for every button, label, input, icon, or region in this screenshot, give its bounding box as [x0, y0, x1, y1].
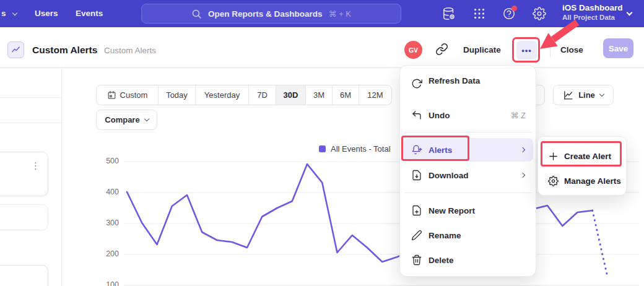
more-options-button[interactable]: •••	[516, 41, 537, 59]
nav-item-users[interactable]: Users	[35, 9, 58, 18]
submenu-item-label: Create Alert	[564, 152, 611, 161]
menu-divider	[405, 193, 532, 193]
compare-label: Compare	[105, 115, 139, 124]
chart-type-label: Line	[578, 90, 595, 100]
nav-item-truncated-label: s	[1, 9, 6, 18]
chart-type-button[interactable]: Line	[553, 85, 614, 105]
chevron-down-icon	[599, 92, 604, 97]
submenu-chevron-icon	[520, 147, 525, 152]
card-kebab-icon[interactable]: ⋮	[31, 160, 40, 171]
menu-item-alerts[interactable]: Alerts	[404, 138, 533, 162]
submenu-item-label: Manage Alerts	[564, 176, 621, 186]
top-nav: s Users Events Open Reports & Dashboards…	[0, 0, 644, 27]
legend-label: All Events - Total	[331, 144, 391, 154]
date-segment-7d[interactable]: 7D	[249, 85, 276, 105]
date-segment-yesterday[interactable]: Yesterday	[196, 85, 249, 105]
gear-icon	[548, 176, 559, 186]
app-screen: s Users Events Open Reports & Dashboards…	[0, 0, 644, 286]
undo-shortcut: ⌘ Z	[510, 111, 526, 120]
date-segment-custom[interactable]: Custom	[97, 85, 159, 105]
date-segment-3m[interactable]: 3M	[306, 85, 333, 105]
menu-item-download[interactable]: Download	[404, 163, 533, 187]
chevron-down-icon	[12, 11, 17, 15]
close-button[interactable]: Close	[560, 45, 583, 54]
date-segment-30d-selected[interactable]: 30D	[276, 85, 306, 105]
help-icon[interactable]	[502, 7, 516, 20]
alerts-submenu: Create Alert Manage Alerts	[537, 136, 627, 196]
y-tick-label: 100	[98, 280, 119, 286]
sidebar-card[interactable]	[0, 152, 48, 196]
chevron-down-icon	[144, 116, 149, 121]
apps-grid-icon[interactable]	[472, 7, 486, 20]
nav-item-events[interactable]: Events	[76, 9, 103, 18]
submenu-chevron-icon	[520, 173, 525, 178]
menu-item-label: Alerts	[429, 145, 452, 155]
line-chart-icon	[563, 90, 573, 100]
menu-item-label: New Report	[429, 206, 475, 215]
menu-item-refresh-data[interactable]: Refresh Data	[404, 73, 533, 102]
search-icon	[191, 9, 202, 19]
date-range-control: Custom Today Yesterday 7D 30D 3M 6M 12M	[96, 85, 392, 105]
sidebar-border	[61, 68, 62, 286]
project-chevron-down-icon	[627, 10, 633, 16]
undo-icon	[411, 110, 422, 121]
menu-item-label: Refresh Data	[429, 76, 480, 85]
trash-icon	[411, 254, 422, 266]
sidebar-card[interactable]	[0, 265, 48, 286]
menu-item-new-report[interactable]: New Report	[404, 199, 533, 222]
date-segment-label: Custom	[120, 90, 148, 100]
sidebar-card[interactable]	[0, 204, 48, 230]
date-segment-12m[interactable]: 12M	[359, 85, 391, 105]
more-options-menu: Refresh Data Data from 1 min ago Undo ⌘ …	[399, 65, 536, 277]
search-shortcut: ⌘ + K	[329, 9, 352, 19]
menu-item-rename[interactable]: Rename	[404, 223, 533, 247]
breadcrumb[interactable]: Custom Alerts	[104, 46, 156, 55]
duplicate-button[interactable]: Duplicate	[463, 45, 501, 54]
menu-item-label: Delete	[429, 256, 454, 265]
menu-item-delete[interactable]: Delete	[404, 248, 533, 272]
project-subtitle: All Project Data	[562, 14, 623, 21]
menu-item-undo[interactable]: Undo ⌘ Z	[404, 103, 533, 127]
sidebar-divider	[0, 123, 61, 123]
report-icon	[7, 41, 24, 58]
submenu-item-create-alert[interactable]: Create Alert	[542, 144, 624, 168]
refresh-icon	[411, 78, 422, 89]
legend-swatch	[319, 145, 326, 152]
y-tick-label: 500	[98, 157, 119, 165]
download-icon	[411, 170, 422, 181]
project-selector[interactable]: iOS Dashboard All Project Data	[562, 3, 623, 21]
settings-gear-icon[interactable]	[533, 7, 546, 20]
search-placeholder: Open Reports & Dashboards	[208, 9, 323, 19]
menu-item-label: Download	[429, 171, 469, 180]
nav-item-truncated[interactable]: s	[1, 9, 17, 18]
copy-link-icon[interactable]	[435, 43, 448, 58]
avatar[interactable]: GV	[404, 41, 422, 59]
pencil-icon	[411, 230, 422, 241]
menu-item-label: Rename	[429, 231, 461, 240]
alert-bell-icon	[411, 144, 422, 155]
compare-button[interactable]: Compare	[96, 110, 157, 130]
y-tick-label: 400	[98, 188, 119, 196]
calendar-icon	[107, 90, 116, 100]
chart-legend: All Events - Total	[319, 144, 391, 154]
y-tick-label: 300	[98, 219, 119, 227]
date-segment-6m[interactable]: 6M	[333, 85, 359, 105]
y-tick-label: 200	[98, 249, 119, 258]
new-report-icon	[411, 205, 422, 216]
header-vertical-divider	[550, 43, 550, 57]
sidebar-divider	[0, 97, 61, 98]
project-name: iOS Dashboard	[562, 3, 623, 12]
header-divider	[0, 67, 644, 68]
plus-icon	[548, 151, 559, 162]
search-bar[interactable]: Open Reports & Dashboards ⌘ + K	[141, 4, 401, 24]
save-button[interactable]: Save	[603, 38, 633, 58]
submenu-item-manage-alerts[interactable]: Manage Alerts	[542, 169, 624, 193]
date-segment-today[interactable]: Today	[159, 85, 196, 105]
menu-divider	[405, 132, 532, 132]
notification-dot	[511, 6, 517, 11]
page-title: Custom Alerts	[32, 45, 97, 56]
menu-item-label: Undo	[429, 111, 450, 120]
data-management-icon[interactable]	[442, 7, 456, 20]
